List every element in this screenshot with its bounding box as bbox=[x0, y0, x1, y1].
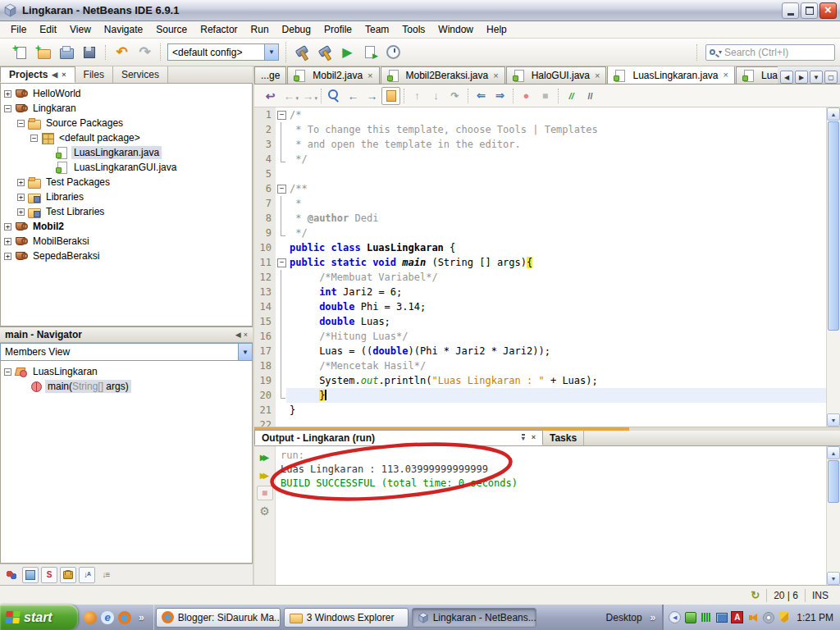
undo-button[interactable] bbox=[112, 42, 132, 62]
expander-icon[interactable]: − bbox=[4, 368, 11, 376]
code-line-1[interactable]: 1/* bbox=[254, 107, 826, 122]
task-button-blogger-sidauruk-ma[interactable]: Blogger: SiDauruk Ma... bbox=[156, 608, 281, 628]
network-monitor-icon[interactable] bbox=[715, 611, 728, 623]
ati-graphics-icon[interactable] bbox=[731, 611, 743, 623]
tree-item-sepedaberaksi[interactable]: +SepedaBeraksi bbox=[1, 249, 252, 263]
expander-icon[interactable]: + bbox=[17, 179, 25, 186]
back-icon[interactable] bbox=[280, 87, 299, 105]
tree-item-main[interactable]: main(String[] args) bbox=[1, 379, 252, 394]
stop-build-button[interactable] bbox=[257, 486, 273, 500]
menu-view[interactable]: View bbox=[63, 21, 98, 38]
scroll-tabs-right-icon[interactable]: ▶ bbox=[795, 71, 808, 84]
find-previous-icon[interactable] bbox=[344, 87, 363, 105]
tab-list-dropdown-icon[interactable]: ▼ bbox=[810, 71, 823, 84]
code-line-4[interactable]: 4 */ bbox=[254, 152, 826, 167]
expander-icon[interactable]: + bbox=[4, 90, 11, 98]
navigator-dock-icon[interactable]: ◀ bbox=[235, 331, 241, 339]
close-button[interactable] bbox=[819, 2, 837, 19]
tab-projects[interactable]: Projects◀× bbox=[0, 66, 75, 83]
find-selection-icon[interactable] bbox=[325, 87, 344, 105]
task-button-lingkaran-netbeans[interactable]: Lingkaran - NetBeans... bbox=[412, 608, 536, 628]
clean-build-project-button[interactable] bbox=[314, 42, 335, 62]
code-line-21[interactable]: 21} bbox=[254, 403, 826, 418]
scrollbar-thumb[interactable] bbox=[828, 121, 839, 331]
start-button[interactable]: start bbox=[0, 605, 78, 630]
menu-profile[interactable]: Profile bbox=[317, 21, 358, 38]
code-line-14[interactable]: 14 double Phi = 3.14; bbox=[254, 299, 826, 314]
new-file-button[interactable] bbox=[10, 42, 30, 62]
code-line-9[interactable]: 9 */ bbox=[254, 226, 826, 240]
code-line-8[interactable]: 8 * @author Dedi bbox=[254, 211, 826, 226]
expander-icon[interactable]: + bbox=[17, 208, 25, 216]
code-line-12[interactable]: 12 /*Membuat Variabel*/ bbox=[254, 270, 826, 285]
output-tab[interactable]: Output - Lingkaran (run) ▾ × bbox=[254, 430, 543, 445]
code-line-17[interactable]: 17 Luas = ((double)(Phi * Jari2 * Jari2)… bbox=[254, 344, 826, 358]
editor-tab-luaslingkaran-java[interactable]: LuasLingkaran.java× bbox=[607, 66, 735, 84]
menu-navigate[interactable]: Navigate bbox=[98, 21, 149, 38]
restore-button[interactable] bbox=[801, 2, 818, 19]
expander-icon[interactable]: + bbox=[4, 253, 11, 260]
next-bookmark-icon[interactable] bbox=[427, 87, 445, 105]
show-inherited-members-button[interactable] bbox=[3, 567, 20, 583]
run-project-button[interactable] bbox=[337, 42, 358, 62]
security-shield-icon[interactable] bbox=[778, 611, 790, 623]
tree-item-test-libraries[interactable]: +Test Libraries bbox=[1, 204, 252, 219]
firefox-icon[interactable] bbox=[118, 611, 131, 624]
navigator-close-icon[interactable]: × bbox=[244, 331, 248, 339]
minimize-button[interactable] bbox=[782, 2, 799, 19]
debug-dropdown-arrow-icon[interactable]: ▾ bbox=[369, 48, 372, 56]
show-static-members-button[interactable] bbox=[41, 567, 57, 583]
rerun-button[interactable] bbox=[257, 450, 273, 464]
redo-button[interactable] bbox=[135, 42, 155, 62]
debug-project-button[interactable]: ▾ bbox=[360, 42, 381, 62]
code-line-18[interactable]: 18 /*Mencetak Hasil*/ bbox=[254, 358, 826, 373]
editor-tab-luaslingkar[interactable]: LuasLingkar bbox=[736, 66, 778, 84]
show-non-public-members-button[interactable] bbox=[60, 567, 76, 583]
find-next-icon[interactable] bbox=[363, 87, 381, 105]
code-line-13[interactable]: 13 int Jari2 = 6; bbox=[254, 285, 826, 299]
expander-icon[interactable]: + bbox=[17, 194, 25, 201]
expander-icon[interactable]: + bbox=[4, 238, 11, 245]
code-line-20[interactable]: 20 } bbox=[254, 388, 826, 403]
output-minimize-icon[interactable]: ▾ bbox=[522, 434, 525, 441]
quick-launch-overflow-icon[interactable]: » bbox=[135, 612, 148, 623]
tree-item-mobilberaksi[interactable]: +MobilBeraksi bbox=[1, 234, 252, 249]
tasks-tab[interactable]: Tasks bbox=[543, 430, 584, 445]
menu-window[interactable]: Window bbox=[431, 21, 480, 38]
desktop-overflow-icon[interactable]: » bbox=[647, 612, 660, 623]
code-line-16[interactable]: 16 /*Hitung Luas*/ bbox=[254, 329, 826, 344]
expander-icon[interactable]: − bbox=[30, 135, 38, 142]
volume-icon[interactable] bbox=[746, 611, 759, 623]
show-fields-button[interactable] bbox=[22, 567, 39, 583]
media-player-icon[interactable] bbox=[84, 611, 97, 624]
output-vertical-scrollbar[interactable]: ▲ ▼ bbox=[826, 446, 840, 585]
toggle-highlight-search-icon[interactable] bbox=[381, 87, 400, 105]
editor-vertical-scrollbar[interactable]: ▲ ▼ bbox=[826, 107, 840, 427]
code-area[interactable]: 1/*2 * To change this template, choose T… bbox=[254, 107, 826, 427]
menu-refactor[interactable]: Refactor bbox=[194, 21, 244, 38]
shift-line-left-icon[interactable] bbox=[472, 87, 491, 105]
usb-device-icon[interactable] bbox=[684, 611, 696, 623]
tree-item-luaslingkaran[interactable]: −LuasLingkaran bbox=[1, 364, 252, 379]
menu-team[interactable]: Team bbox=[358, 21, 395, 38]
toggle-bookmark-icon[interactable] bbox=[445, 87, 464, 105]
code-line-5[interactable]: 5 bbox=[254, 167, 826, 181]
open-project-button[interactable] bbox=[56, 42, 76, 62]
menu-file[interactable]: File bbox=[4, 21, 33, 38]
previous-bookmark-icon[interactable] bbox=[408, 87, 427, 105]
sort-by-source-button[interactable] bbox=[98, 567, 114, 583]
tab-close-icon[interactable]: × bbox=[366, 71, 372, 80]
stop-macro-recording-icon[interactable] bbox=[536, 87, 555, 105]
network-signal-icon[interactable] bbox=[700, 611, 712, 623]
output-scrollbar-thumb[interactable] bbox=[828, 460, 839, 503]
code-line-15[interactable]: 15 double Luas; bbox=[254, 314, 826, 329]
tree-item-test-packages[interactable]: +Test Packages bbox=[1, 175, 252, 189]
sort-alphabetically-button[interactable] bbox=[79, 567, 95, 583]
code-line-22[interactable]: 22 bbox=[254, 418, 826, 427]
editor-tab-ge[interactable]: ...ge bbox=[254, 66, 286, 84]
output-text[interactable]: run:Luas Lingkaran : 113.03999999999999B… bbox=[276, 446, 826, 585]
quick-search[interactable]: ▾ bbox=[705, 44, 835, 61]
tree-item-default-package[interactable]: −<default package> bbox=[1, 130, 252, 145]
tree-item-source-packages[interactable]: −Source Packages bbox=[1, 116, 252, 130]
fold-start-icon[interactable] bbox=[276, 255, 286, 270]
